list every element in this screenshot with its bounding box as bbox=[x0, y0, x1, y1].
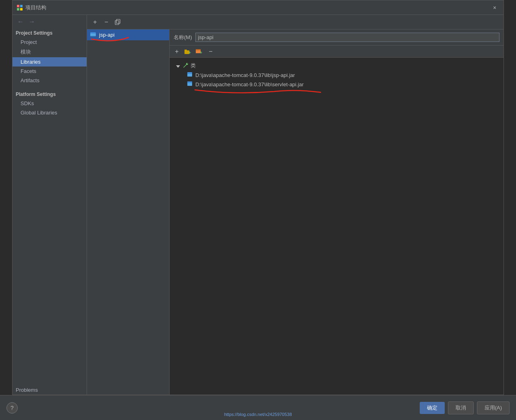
add-entry-button[interactable]: + bbox=[172, 47, 182, 56]
nav-arrows: ← → bbox=[12, 15, 87, 29]
sidebar-item-problems[interactable]: Problems bbox=[12, 385, 87, 395]
copy-library-button[interactable] bbox=[113, 17, 122, 27]
svg-rect-10 bbox=[91, 35, 95, 35]
sidebar: ← → Project Settings Project 模块 Librarie… bbox=[12, 15, 87, 395]
sidebar-item-libraries[interactable]: Libraries bbox=[12, 57, 87, 67]
remove-library-button[interactable]: − bbox=[102, 17, 111, 27]
remove-entry-button[interactable]: − bbox=[206, 47, 216, 56]
forward-arrow[interactable]: → bbox=[27, 17, 37, 26]
svg-rect-2 bbox=[17, 8, 19, 10]
window-title: 项目结构 bbox=[25, 4, 490, 11]
add-jar-button[interactable]: + bbox=[195, 47, 204, 56]
add-classes-button[interactable]: + bbox=[183, 47, 193, 56]
category-label: 类 bbox=[191, 62, 196, 69]
platform-settings-label: Platform Settings bbox=[12, 90, 87, 99]
sidebar-item-modules[interactable]: 模块 bbox=[12, 47, 87, 57]
svg-rect-27 bbox=[188, 84, 192, 85]
svg-text:+: + bbox=[189, 50, 191, 55]
content-area: ← → Project Settings Project 模块 Librarie… bbox=[12, 15, 504, 395]
tree-section-classes: 类 bbox=[170, 61, 504, 89]
svg-rect-19 bbox=[188, 73, 192, 73]
library-item-name: jsp-api bbox=[99, 32, 114, 38]
tree-area: 类 bbox=[170, 58, 504, 395]
detail-toolbar: + + bbox=[170, 46, 504, 58]
svg-rect-8 bbox=[91, 33, 95, 33]
app-icon bbox=[17, 4, 23, 11]
panel-toolbar: + − bbox=[87, 15, 504, 29]
tree-category-classes[interactable]: 类 bbox=[170, 61, 504, 71]
tree-file-servlet-api[interactable]: D:\java\apache-tomcat-9.0.37\lib\servlet… bbox=[170, 80, 504, 89]
footer-link: https://blog.csdn.net/x2425970538 bbox=[0, 412, 516, 417]
svg-rect-5 bbox=[116, 19, 120, 23]
name-input[interactable] bbox=[195, 33, 500, 42]
sidebar-item-facets[interactable]: Facets bbox=[12, 67, 87, 76]
jar-file-path-2: D:\java\apache-tomcat-9.0.37\lib\servlet… bbox=[195, 81, 304, 87]
sidebar-item-artifacts[interactable]: Artifacts bbox=[12, 76, 87, 85]
wrench-icon bbox=[182, 62, 188, 69]
name-label: 名称(M) bbox=[174, 34, 192, 41]
detail-panel: 名称(M) + + bbox=[170, 29, 504, 395]
main-panel: + − bbox=[87, 15, 504, 395]
tree-file-jsp-api[interactable]: D:\java\apache-tomcat-9.0.37\lib\jsp-api… bbox=[170, 71, 504, 80]
svg-text:+: + bbox=[200, 50, 202, 55]
back-arrow[interactable]: ← bbox=[16, 17, 25, 26]
jar-file-icon-1 bbox=[187, 72, 193, 79]
jar-file-icon-2 bbox=[187, 81, 193, 88]
expand-triangle-icon bbox=[176, 63, 180, 69]
jar-file-path-1: D:\java\apache-tomcat-9.0.37\lib\jsp-api… bbox=[195, 72, 295, 78]
svg-rect-25 bbox=[188, 82, 192, 82]
svg-rect-22 bbox=[188, 76, 192, 76]
add-library-button[interactable]: + bbox=[90, 17, 100, 27]
close-button[interactable]: × bbox=[490, 3, 499, 12]
sidebar-item-global-libraries[interactable]: Global Libraries bbox=[12, 108, 87, 117]
bottom-bar: 确定 取消 应用(A) ? https://blog.csdn.net/x242… bbox=[0, 395, 516, 420]
svg-rect-28 bbox=[188, 85, 192, 85]
titlebar: 项目结构 × bbox=[12, 0, 504, 15]
project-settings-label: Project Settings bbox=[12, 29, 87, 37]
main-dialog: 项目结构 × ← → Project Settings Project 模块 L… bbox=[12, 0, 504, 395]
sidebar-item-project[interactable]: Project bbox=[12, 37, 87, 47]
svg-rect-9 bbox=[91, 34, 95, 34]
svg-rect-20 bbox=[188, 74, 192, 75]
svg-rect-12 bbox=[184, 50, 187, 51]
svg-rect-0 bbox=[17, 5, 19, 7]
library-list-panel: jsp-api bbox=[87, 29, 170, 395]
svg-rect-4 bbox=[115, 21, 119, 25]
name-row: 名称(M) bbox=[170, 29, 504, 46]
svg-rect-26 bbox=[188, 83, 192, 84]
svg-rect-1 bbox=[20, 5, 23, 7]
svg-rect-3 bbox=[20, 8, 23, 10]
library-jar-icon bbox=[90, 31, 97, 38]
svg-rect-21 bbox=[188, 75, 192, 75]
sidebar-item-sdks[interactable]: SDKs bbox=[12, 99, 87, 108]
library-item-jsp-api[interactable]: jsp-api bbox=[87, 29, 169, 40]
